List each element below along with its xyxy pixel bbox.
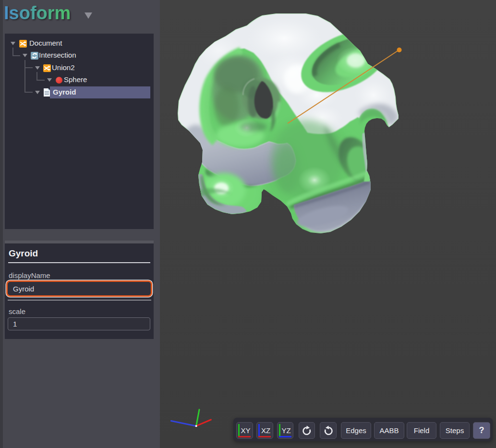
svg-text:Isoform: Isoform — [4, 3, 71, 23]
